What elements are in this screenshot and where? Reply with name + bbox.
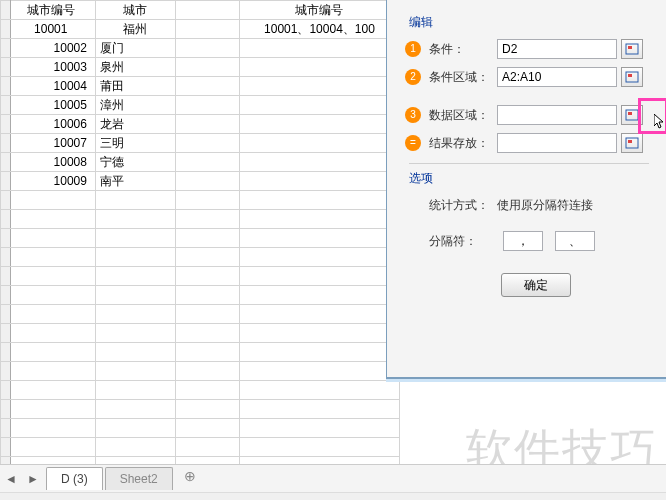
cell[interactable]	[95, 191, 175, 210]
row-header[interactable]	[1, 210, 11, 229]
header-d[interactable]: 城市编号	[239, 1, 399, 20]
cell[interactable]	[175, 305, 239, 324]
cell[interactable]: 三明	[95, 134, 175, 153]
delimiter-input-a[interactable]	[503, 231, 543, 251]
cell[interactable]	[95, 286, 175, 305]
delimiter-input-b[interactable]	[555, 231, 595, 251]
cell[interactable]	[10, 286, 95, 305]
cell[interactable]: 福州	[95, 20, 175, 39]
row-header[interactable]	[1, 115, 11, 134]
header-b[interactable]: 城市	[95, 1, 175, 20]
cell[interactable]	[239, 343, 399, 362]
cell[interactable]	[175, 20, 239, 39]
cell[interactable]	[239, 229, 399, 248]
cell[interactable]	[95, 381, 175, 400]
cell[interactable]	[175, 58, 239, 77]
result-ref-button[interactable]	[621, 133, 643, 153]
cell[interactable]	[10, 400, 95, 419]
cell[interactable]	[95, 267, 175, 286]
row-header[interactable]	[1, 381, 11, 400]
row-header[interactable]	[1, 343, 11, 362]
grid[interactable]: 城市编号 城市 城市编号 10001福州10001、10004、10010002…	[0, 0, 400, 476]
cell[interactable]	[175, 172, 239, 191]
row-header[interactable]	[1, 419, 11, 438]
row-header[interactable]	[1, 134, 11, 153]
condition-input[interactable]	[497, 39, 617, 59]
cell[interactable]	[175, 343, 239, 362]
cell[interactable]	[175, 229, 239, 248]
cell[interactable]	[239, 324, 399, 343]
cell[interactable]	[95, 324, 175, 343]
cell[interactable]	[175, 210, 239, 229]
row-header[interactable]	[1, 229, 11, 248]
row-header[interactable]	[1, 362, 11, 381]
row-header[interactable]	[1, 153, 11, 172]
cell[interactable]: 10005	[10, 96, 95, 115]
cell[interactable]	[175, 248, 239, 267]
cell[interactable]	[175, 324, 239, 343]
cell[interactable]	[10, 419, 95, 438]
cell[interactable]	[175, 115, 239, 134]
cond-range-input[interactable]	[497, 67, 617, 87]
row-header[interactable]	[1, 58, 11, 77]
cell[interactable]	[175, 77, 239, 96]
row-header[interactable]	[1, 39, 11, 58]
cell[interactable]	[95, 305, 175, 324]
cell[interactable]	[10, 381, 95, 400]
cell[interactable]	[95, 438, 175, 457]
cell[interactable]	[239, 134, 399, 153]
ok-button[interactable]: 确定	[501, 273, 571, 297]
cell[interactable]	[175, 191, 239, 210]
cell[interactable]	[95, 362, 175, 381]
cell[interactable]	[239, 39, 399, 58]
cell[interactable]: 10008	[10, 153, 95, 172]
cell[interactable]	[10, 191, 95, 210]
cell[interactable]	[239, 115, 399, 134]
cell[interactable]	[95, 210, 175, 229]
cell[interactable]: 莆田	[95, 77, 175, 96]
header-a[interactable]: 城市编号	[10, 1, 95, 20]
cell[interactable]	[95, 248, 175, 267]
condition-ref-button[interactable]	[621, 39, 643, 59]
cell[interactable]: 10002	[10, 39, 95, 58]
row-header[interactable]	[1, 267, 11, 286]
cell[interactable]: 泉州	[95, 58, 175, 77]
cell[interactable]	[239, 248, 399, 267]
row-header[interactable]	[1, 438, 11, 457]
tab-sheet2[interactable]: Sheet2	[105, 467, 173, 490]
cell[interactable]: 10009	[10, 172, 95, 191]
row-header[interactable]	[1, 286, 11, 305]
cell[interactable]	[175, 419, 239, 438]
cell[interactable]	[239, 153, 399, 172]
cell[interactable]	[95, 419, 175, 438]
tab-nav-next[interactable]: ►	[22, 472, 44, 486]
cell[interactable]	[10, 305, 95, 324]
cell[interactable]	[239, 96, 399, 115]
row-header[interactable]	[1, 20, 11, 39]
cell[interactable]	[175, 134, 239, 153]
cell[interactable]	[95, 400, 175, 419]
cell[interactable]	[175, 438, 239, 457]
data-range-input[interactable]	[497, 105, 617, 125]
row-header[interactable]	[1, 305, 11, 324]
cell[interactable]	[10, 343, 95, 362]
row-header[interactable]	[1, 96, 11, 115]
cell[interactable]	[10, 267, 95, 286]
cell[interactable]	[10, 229, 95, 248]
cell[interactable]: 宁德	[95, 153, 175, 172]
row-header[interactable]	[1, 172, 11, 191]
add-tab-button[interactable]: ⊕	[179, 468, 201, 490]
cell[interactable]	[175, 39, 239, 58]
cell[interactable]	[239, 210, 399, 229]
cell[interactable]	[95, 229, 175, 248]
tab-nav-prev[interactable]: ◄	[0, 472, 22, 486]
tab-d3[interactable]: D (3)	[46, 467, 103, 490]
cell[interactable]	[239, 267, 399, 286]
cell[interactable]	[175, 362, 239, 381]
header-c[interactable]	[175, 1, 239, 20]
row-header[interactable]	[1, 1, 11, 20]
row-header[interactable]	[1, 400, 11, 419]
cell[interactable]	[239, 305, 399, 324]
cell[interactable]	[175, 267, 239, 286]
cell[interactable]	[10, 438, 95, 457]
